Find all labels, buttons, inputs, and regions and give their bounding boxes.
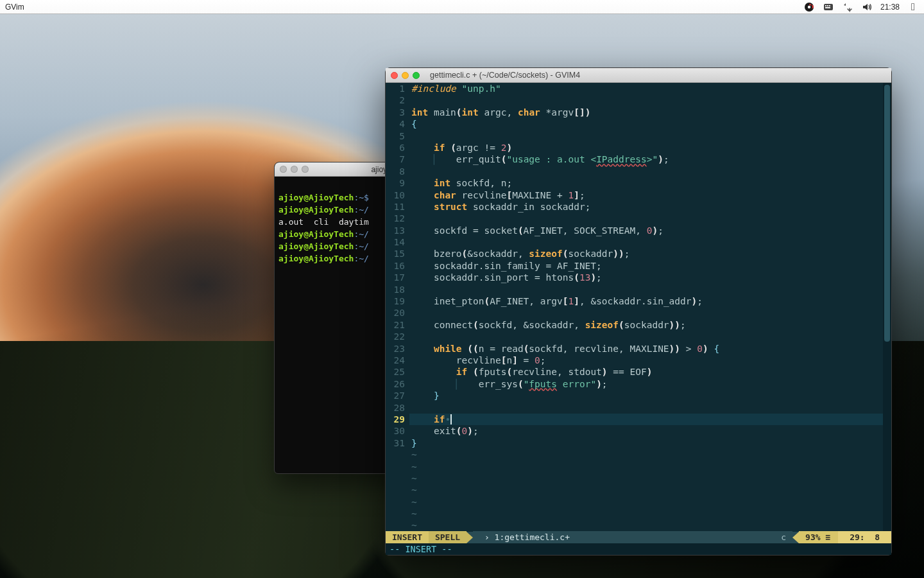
code-line[interactable]: inet_pton(AF_INET, argv[1], &sockaddr.si… xyxy=(409,295,883,307)
scrollbar-thumb[interactable] xyxy=(884,85,890,342)
code-line[interactable]: struct sockaddr_in sockaddr; xyxy=(409,201,883,213)
prompt: ajioy@AjioyTech xyxy=(278,229,354,239)
minimize-icon[interactable] xyxy=(402,72,409,79)
code-line[interactable] xyxy=(409,94,883,106)
code-line[interactable]: int main(int argc, char *argv[]) xyxy=(409,107,883,118)
code-line[interactable] xyxy=(409,284,883,295)
code-line[interactable]: recvline[n] = 0; xyxy=(409,355,883,366)
code-line[interactable]: sockfd = socket(AF_INET, SOCK_STREAM, 0)… xyxy=(409,225,883,236)
empty-line-tilde: ~ xyxy=(409,496,883,508)
code-area[interactable]: #include "unp.h"int main(int argc, char … xyxy=(409,83,883,531)
zoom-icon[interactable] xyxy=(413,72,420,79)
apple-menu-icon[interactable]:  xyxy=(907,1,919,13)
command-line: -- INSERT -- xyxy=(386,543,891,555)
empty-line-tilde: ~ xyxy=(409,449,883,460)
prompt: ajioy@AjioyTech xyxy=(278,254,354,263)
svg-rect-6 xyxy=(825,7,830,8)
path: :~/ xyxy=(354,241,368,251)
minimize-icon[interactable] xyxy=(291,166,298,173)
empty-line-tilde: ~ xyxy=(409,520,883,531)
line-number-gutter: 1234567891011121314151617181920212223242… xyxy=(386,83,409,531)
path: :~/ xyxy=(354,205,368,215)
code-line[interactable]: } xyxy=(409,437,883,449)
empty-line-tilde: ~ xyxy=(409,461,883,473)
prompt: ajioy@AjioyTech xyxy=(278,193,354,202)
code-line[interactable]: int sockfd, n; xyxy=(409,177,883,189)
prompt: ajioy@AjioyTech xyxy=(278,241,354,251)
volume-icon[interactable] xyxy=(861,1,873,13)
code-line[interactable]: } xyxy=(409,390,883,401)
menubar-app-name[interactable]: GVim xyxy=(5,3,24,12)
code-line[interactable] xyxy=(409,166,883,177)
scrollbar[interactable] xyxy=(883,83,891,531)
code-line[interactable] xyxy=(409,402,883,414)
status-buffer: › 1:gettimecli.c+ xyxy=(473,531,774,543)
editor[interactable]: 1234567891011121314151617181920212223242… xyxy=(386,83,891,531)
code-line[interactable]: #include "unp.h" xyxy=(409,83,883,94)
gvim-titlebar[interactable]: gettimecli.c + (~/Code/C/sockets) - GVIM… xyxy=(386,68,891,83)
status-filetype: c xyxy=(774,531,792,543)
terminal-output: a.out cli daytim xyxy=(278,217,369,227)
status-spell: SPELL xyxy=(429,531,466,543)
code-line[interactable]: sockaddr.sin_port = htons(13); xyxy=(409,272,883,283)
empty-line-tilde: ~ xyxy=(409,484,883,496)
menubar: GVim 21:38  xyxy=(0,0,924,14)
status-mode: INSERT xyxy=(386,531,429,543)
gvim-window[interactable]: gettimecli.c + (~/Code/C/sockets) - GVIM… xyxy=(385,67,892,556)
code-line[interactable]: if (fputs(recvline, stdout) == EOF) xyxy=(409,366,883,378)
keyboard-icon[interactable] xyxy=(823,1,834,13)
code-line[interactable]: char recvline[MAXLINE + 1]; xyxy=(409,189,883,201)
code-line[interactable]: if• xyxy=(409,414,883,425)
zoom-icon[interactable] xyxy=(302,166,309,173)
updown-icon[interactable] xyxy=(842,1,853,13)
obs-icon[interactable] xyxy=(803,1,815,13)
code-line[interactable]: connect(sockfd, &sockaddr, sizeof(sockad… xyxy=(409,319,883,331)
close-icon[interactable] xyxy=(280,166,287,173)
svg-point-1 xyxy=(808,5,810,8)
close-icon[interactable] xyxy=(391,72,398,79)
code-line[interactable]: bzero(&sockaddr, sizeof(sockaddr)); xyxy=(409,248,883,259)
path: :~/ xyxy=(354,254,368,263)
code-line[interactable] xyxy=(409,130,883,142)
code-line[interactable]: exit(0); xyxy=(409,425,883,437)
status-percent: 93% xyxy=(799,531,838,543)
path: :~/ xyxy=(354,229,368,239)
empty-line-tilde: ~ xyxy=(409,508,883,520)
code-line[interactable] xyxy=(409,213,883,224)
path: :~$ xyxy=(354,193,368,202)
svg-rect-5 xyxy=(829,5,830,6)
svg-rect-3 xyxy=(825,5,826,6)
code-line[interactable]: while ((n = read(sockfd, recvline, MAXLI… xyxy=(409,343,883,355)
code-line[interactable]: ▏ err_sys("fputs error"); xyxy=(409,378,883,390)
code-line[interactable]: sockaddr.sin_family = AF_INET; xyxy=(409,260,883,272)
code-line[interactable] xyxy=(409,307,883,319)
menubar-clock[interactable]: 21:38 xyxy=(880,3,900,12)
code-line[interactable]: if (argc != 2) xyxy=(409,142,883,153)
code-line[interactable]: ▏ err_quit("usage : a.out <IPaddress>"); xyxy=(409,153,883,165)
status-line: INSERT SPELL › 1:gettimecli.c+ c 93% 29:… xyxy=(386,531,891,543)
code-line[interactable] xyxy=(409,236,883,248)
prompt: ajioy@AjioyTech xyxy=(278,205,354,215)
code-line[interactable]: { xyxy=(409,118,883,130)
status-position: 29: 8 xyxy=(838,531,891,543)
svg-rect-4 xyxy=(827,5,828,6)
gvim-title: gettimecli.c + (~/Code/C/sockets) - GVIM… xyxy=(430,71,580,80)
empty-line-tilde: ~ xyxy=(409,473,883,484)
code-line[interactable] xyxy=(409,331,883,342)
